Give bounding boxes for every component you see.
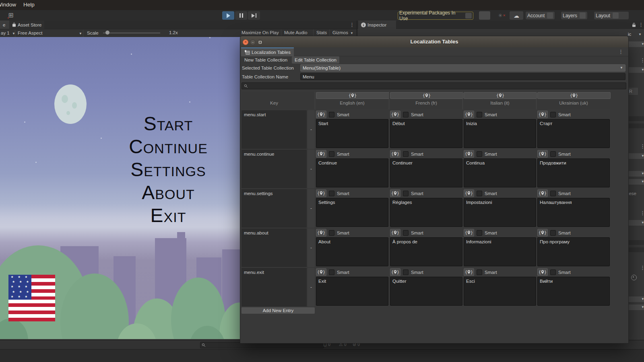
- game-menu-item[interactable]: Continue: [93, 135, 244, 158]
- smart-checkbox[interactable]: [477, 230, 482, 236]
- game-control-stats[interactable]: Stats: [316, 30, 327, 35]
- lock-icon[interactable]: [632, 23, 636, 27]
- smart-checkbox[interactable]: [403, 230, 409, 236]
- new-table-collection-button[interactable]: New Table Collection: [242, 56, 290, 64]
- add-new-entry-button[interactable]: Add New Entry: [242, 307, 315, 314]
- smart-checkbox[interactable]: [329, 230, 334, 236]
- window-titlebar[interactable]: ✕ – Localization Tables: [240, 36, 628, 48]
- component-menu-icon[interactable]: ⋮: [640, 58, 644, 63]
- translation-field[interactable]: Налаштування: [537, 198, 610, 227]
- sliver-dropdown[interactable]: ▼: [626, 220, 644, 226]
- menu-help[interactable]: Help: [23, 2, 35, 8]
- language-pin-button[interactable]: {}: [390, 92, 463, 99]
- account-dropdown[interactable]: Account: [526, 12, 555, 19]
- smart-checkbox[interactable]: [329, 269, 334, 275]
- translation-field[interactable]: Continua: [464, 158, 536, 187]
- locale-pin-button[interactable]: {}: [537, 189, 548, 197]
- locale-pin-button[interactable]: {}: [464, 229, 474, 237]
- remove-entry-button[interactable]: -: [308, 110, 315, 149]
- sliver-field[interactable]: [626, 240, 644, 245]
- translation-field[interactable]: About: [316, 237, 388, 266]
- locale-pin-button[interactable]: {}: [464, 268, 474, 276]
- edit-table-collection-button[interactable]: Edit Table Collection: [292, 56, 339, 64]
- smart-checkbox[interactable]: [403, 151, 409, 157]
- game-menu-item[interactable]: Settings: [93, 158, 244, 181]
- locale-pin-button[interactable]: {}: [464, 189, 474, 197]
- tab-inspector[interactable]: i Inspector: [358, 21, 396, 29]
- locale-pin-button[interactable]: {}: [537, 229, 548, 237]
- sliver-field[interactable]: [626, 247, 644, 252]
- locale-pin-button[interactable]: {}: [390, 229, 400, 237]
- remove-entry-button[interactable]: -: [308, 189, 315, 228]
- locale-pin-button[interactable]: {}: [390, 189, 400, 197]
- display-dropdown[interactable]: ay 1: [1, 31, 10, 35]
- translation-field[interactable]: Impostazioni: [464, 198, 536, 227]
- locale-pin-button[interactable]: {}: [390, 150, 400, 158]
- tab-asset-store[interactable]: Asset Store: [9, 21, 44, 29]
- component-menu-icon[interactable]: ⋮: [640, 210, 644, 216]
- remove-entry-button[interactable]: -: [308, 228, 315, 267]
- smart-checkbox[interactable]: [550, 151, 556, 157]
- sliver-dropdown[interactable]: ▼: [626, 304, 644, 310]
- tab-localization-tables[interactable]: Localization Tables: [241, 47, 294, 56]
- game-panel-menu-icon[interactable]: ⋮: [349, 22, 355, 27]
- translation-field[interactable]: Réglages: [390, 198, 462, 227]
- sliver-dropdown[interactable]: ▼: [626, 179, 644, 185]
- translation-field[interactable]: Продовжити: [537, 158, 610, 187]
- translation-field[interactable]: Continuer: [390, 158, 462, 187]
- sliver-field[interactable]: [626, 123, 644, 128]
- translation-field[interactable]: Continue: [316, 158, 388, 187]
- aspect-dropdown[interactable]: Free Aspect: [18, 31, 42, 35]
- locale-pin-button[interactable]: {}: [537, 268, 548, 276]
- translation-field[interactable]: Старт: [537, 119, 610, 148]
- smart-checkbox[interactable]: [550, 230, 556, 236]
- table-search-input[interactable]: [242, 82, 626, 89]
- key-cell[interactable]: menu.exit: [242, 268, 307, 307]
- remove-entry-button[interactable]: -: [308, 268, 315, 306]
- locale-pin-button[interactable]: {}: [390, 111, 400, 118]
- smart-checkbox[interactable]: [403, 112, 409, 117]
- language-pin-button[interactable]: {}: [464, 92, 537, 99]
- scale-slider-knob[interactable]: [105, 31, 109, 35]
- language-pin-button[interactable]: {}: [316, 92, 389, 99]
- layout-dropdown[interactable]: Layout: [594, 12, 629, 19]
- language-pin-button[interactable]: {}: [537, 92, 611, 99]
- translation-field[interactable]: Quitter: [390, 277, 462, 306]
- collab-icon[interactable]: ✳✕: [494, 12, 506, 19]
- game-menu-item[interactable]: Start: [93, 112, 244, 135]
- translation-field[interactable]: Esci: [464, 277, 536, 306]
- game-control-gizmos[interactable]: Gizmos: [332, 30, 348, 35]
- inspector-menu-icon[interactable]: ⋮: [638, 22, 644, 27]
- locale-pin-button[interactable]: {}: [537, 111, 548, 118]
- translation-field[interactable]: Informazioni: [464, 237, 536, 266]
- locale-pin-button[interactable]: {}: [316, 229, 326, 237]
- grid-snap-icon[interactable]: ⊞: [6, 11, 15, 19]
- locale-pin-button[interactable]: {}: [316, 268, 326, 276]
- translation-field[interactable]: Про програму: [537, 237, 610, 266]
- key-cell[interactable]: menu.continue: [242, 150, 307, 189]
- key-cell[interactable]: menu.about: [242, 228, 307, 267]
- translation-field[interactable]: Settings: [316, 198, 388, 227]
- smart-checkbox[interactable]: [329, 112, 334, 117]
- experimental-packages-badge[interactable]: Experimental Packages In Use: [398, 12, 473, 20]
- locale-pin-button[interactable]: {}: [464, 150, 474, 158]
- smart-checkbox[interactable]: [403, 191, 409, 196]
- game-menu-item[interactable]: Exit: [93, 204, 244, 227]
- locale-pin-button[interactable]: {}: [316, 150, 326, 158]
- pause-button[interactable]: [235, 11, 247, 20]
- translation-field[interactable]: Start: [316, 119, 388, 148]
- chevron-down-icon[interactable]: ▼: [638, 33, 642, 36]
- translation-field[interactable]: Exit: [316, 277, 388, 306]
- translation-field[interactable]: Вийти: [537, 277, 610, 306]
- scale-slider-track[interactable]: [103, 33, 160, 33]
- toolbar-square-button[interactable]: [479, 11, 490, 20]
- sliver-dropdown[interactable]: ▼: [626, 41, 644, 47]
- smart-checkbox[interactable]: [550, 191, 556, 196]
- smart-checkbox[interactable]: [403, 269, 409, 275]
- smart-checkbox[interactable]: [477, 112, 482, 117]
- object-picker-icon[interactable]: [631, 275, 637, 280]
- window-menu-icon[interactable]: ⋮: [618, 49, 623, 54]
- smart-checkbox[interactable]: [477, 151, 482, 157]
- game-control-mute-audio[interactable]: Mute Audio: [284, 30, 308, 35]
- component-menu-icon[interactable]: ⋮: [640, 144, 644, 149]
